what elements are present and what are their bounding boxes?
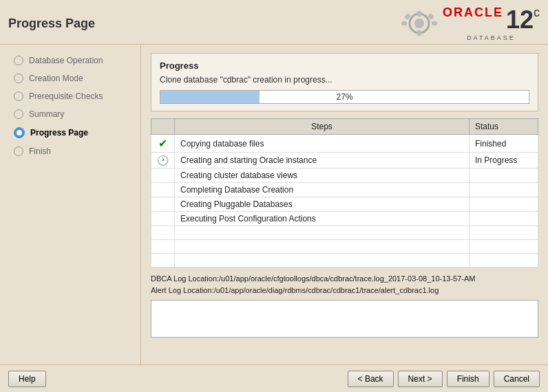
status-col-header: Status [470, 119, 538, 135]
step-status-1: Finished [470, 135, 538, 153]
step-icon-4 [151, 183, 175, 197]
step-name-3: Creating cluster database views [175, 168, 470, 183]
sidebar-label-1: Database Operation [29, 56, 103, 65]
gear-icon [399, 8, 440, 39]
log-line-1: DBCA Log Location:/u01/app/oracle/cfgtoo… [151, 273, 538, 285]
svg-point-1 [414, 19, 424, 28]
steps-table: Steps Status ✔ Copying database files Fi… [151, 118, 538, 268]
table-row-empty-2 [151, 240, 538, 254]
step-name-6: Executing Post Configuration Actions [175, 212, 470, 226]
sidebar-item-database-operation[interactable]: Database Operation [0, 52, 140, 69]
step-status-4 [470, 183, 538, 197]
app-header: Progress Page ORACLE 12c DATABASE [0, 0, 548, 45]
oracle-db-label: DATABASE [443, 34, 540, 41]
step-icon-3 [14, 91, 23, 101]
step-icon-clock: 🕐 [151, 153, 175, 168]
steps-icon-header [151, 119, 175, 135]
step-icon-6 [14, 146, 23, 156]
step-icon-3 [151, 168, 175, 183]
progress-message: Clone database "cdbrac" creation in prog… [160, 75, 529, 85]
step-icon-check: ✔ [151, 135, 175, 153]
table-row: Creating Pluggable Databases [151, 197, 538, 212]
nav-buttons: < Back Next > Finish Cancel [348, 371, 540, 387]
sidebar-label-4: Summary [29, 109, 64, 119]
svg-rect-2 [417, 11, 421, 17]
sidebar-item-finish[interactable]: Finish [0, 142, 140, 160]
finish-button[interactable]: Finish [447, 371, 489, 387]
sidebar-item-progress-page[interactable]: Progress Page [0, 123, 140, 142]
back-button[interactable]: < Back [348, 371, 394, 387]
sidebar: Database Operation Creation Mode Prerequ… [0, 45, 141, 392]
log-section: DBCA Log Location:/u01/app/oracle/cfgtoo… [151, 273, 538, 296]
next-button[interactable]: Next > [398, 371, 443, 387]
right-panel: Progress Clone database "cdbrac" creatio… [141, 45, 548, 392]
sidebar-label-2: Creation Mode [29, 74, 83, 83]
step-status-6 [470, 212, 538, 226]
log-output-area [151, 300, 538, 338]
table-row: ✔ Copying database files Finished [151, 135, 538, 153]
progress-section: Progress Clone database "cdbrac" creatio… [151, 53, 538, 111]
table-row: Executing Post Configuration Actions [151, 212, 538, 226]
step-status-3 [470, 168, 538, 183]
oracle-logo: ORACLE 12c DATABASE [399, 6, 540, 41]
page-title: Progress Page [8, 17, 95, 31]
step-name-1: Copying database files [175, 135, 470, 153]
sidebar-item-summary[interactable]: Summary [0, 105, 140, 123]
table-row-empty-1 [151, 226, 538, 240]
oracle-c: c [534, 6, 540, 20]
oracle-brand-text: ORACLE [443, 6, 503, 20]
sidebar-item-creation-mode[interactable]: Creation Mode [0, 69, 140, 87]
step-name-4: Completing Database Creation [175, 183, 470, 197]
step-icon-5 [14, 127, 25, 138]
step-icon-1 [14, 56, 23, 65]
progress-bar-text: 27% [160, 91, 529, 103]
table-row: 🕐 Creating and starting Oracle instance … [151, 153, 538, 168]
step-name-2: Creating and starting Oracle instance [175, 153, 470, 168]
steps-col-header: Steps [175, 119, 470, 135]
sidebar-item-prerequisite[interactable]: Prerequisite Checks [0, 87, 140, 105]
step-icon-6 [151, 212, 175, 226]
step-icon-5 [151, 197, 175, 212]
table-row: Completing Database Creation [151, 183, 538, 197]
svg-rect-3 [417, 30, 421, 36]
sidebar-label-5: Progress Page [30, 128, 88, 138]
main-content: Database Operation Creation Mode Prerequ… [0, 45, 548, 392]
sidebar-label-3: Prerequisite Checks [29, 91, 103, 101]
svg-rect-4 [401, 21, 407, 25]
table-row: Creating cluster database views [151, 168, 538, 183]
bottom-bar: Help < Back Next > Finish Cancel [0, 364, 548, 392]
progress-bar-container: 27% [160, 90, 529, 104]
svg-rect-5 [432, 21, 437, 25]
help-button[interactable]: Help [8, 371, 46, 387]
step-icon-4 [14, 109, 23, 119]
step-status-2: In Progress [470, 153, 538, 168]
oracle-version: 12 [506, 6, 534, 34]
step-icon-2 [14, 74, 23, 83]
sidebar-label-6: Finish [29, 146, 51, 156]
step-name-5: Creating Pluggable Databases [175, 197, 470, 212]
table-row-empty-3 [151, 254, 538, 268]
progress-label: Progress [160, 61, 529, 71]
log-line-2: Alert Log Location:/u01/app/oracle/diag/… [151, 285, 538, 296]
cancel-button[interactable]: Cancel [494, 371, 540, 387]
step-status-5 [470, 197, 538, 212]
